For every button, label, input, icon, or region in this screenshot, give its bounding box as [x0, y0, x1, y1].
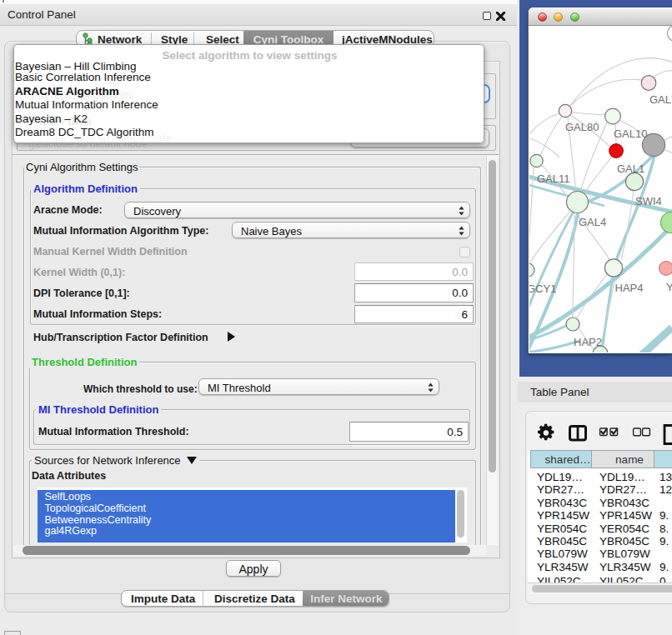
svg-text:GAL7: GAL7 — [649, 93, 672, 106]
svg-text:GCY1: GCY1 — [529, 282, 556, 295]
svg-text:GAL4: GAL4 — [579, 216, 606, 228]
svg-text:SWI4: SWI4 — [635, 195, 662, 208]
svg-text:GAL11: GAL11 — [537, 172, 570, 185]
svg-text:HAP2: HAP2 — [574, 336, 602, 348]
svg-text:GAL1: GAL1 — [617, 162, 644, 175]
svg-text:HAP4: HAP4 — [615, 282, 644, 294]
svg-text:GAL10: GAL10 — [614, 128, 647, 140]
svg-text:GAL80: GAL80 — [565, 121, 599, 133]
svg-text:YEL: YEL — [666, 281, 672, 293]
